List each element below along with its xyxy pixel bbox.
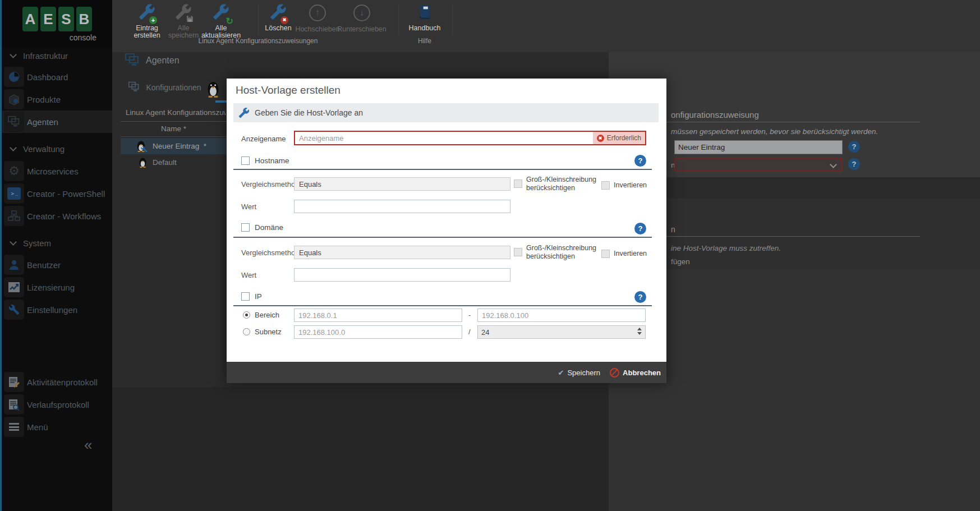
sidebar-item-creator-powershell[interactable]: ＞_ Creator - PowerShell [0, 182, 112, 205]
logo: A E S B console [0, 0, 112, 48]
save-label: Speichern [567, 369, 600, 377]
sidebar-section-system[interactable]: System [0, 238, 112, 248]
refresh-all-button[interactable]: ↻ Alleaktualisieren [190, 3, 252, 39]
sidebar-item-menue[interactable]: Menü [0, 416, 112, 438]
sidebar-section-infrastruktur[interactable]: Infrastruktur [0, 50, 112, 61]
refresh-badge-icon: ↻ [226, 17, 233, 25]
sidebar-item-microservices[interactable]: ⚙ Microservices [0, 160, 112, 182]
help-icon[interactable]: ? [634, 223, 646, 234]
section-label: Infrastruktur [23, 51, 68, 61]
entry-name-input[interactable] [674, 140, 843, 154]
divider [666, 122, 920, 122]
range-separator: - [468, 311, 471, 319]
range-radio[interactable] [243, 311, 250, 319]
history-log-icon [4, 394, 24, 415]
prefix-stepper[interactable] [477, 325, 646, 339]
logo-letter: E [40, 7, 56, 31]
help-icon[interactable]: ? [634, 155, 646, 167]
case-sensitive-label: Groß-/Kleinschreibungberücksichtigen [526, 176, 596, 192]
stepper-arrows-icon[interactable] [637, 328, 664, 335]
sidebar-item-agenten[interactable]: Agenten [0, 111, 112, 133]
arrow-down-circle-icon: ↓ [331, 4, 393, 25]
logo-subtitle: console [70, 33, 96, 42]
sidebar-item-aktivitaetenprotokoll[interactable]: Aktivitätenprotokoll [0, 371, 112, 393]
table-row[interactable]: Default [121, 154, 227, 171]
column-header-name[interactable]: Name * [121, 125, 227, 133]
product-box-icon [4, 89, 24, 109]
sidebar-item-produkte[interactable]: Produkte [0, 88, 112, 111]
ip-checkbox[interactable] [241, 292, 250, 301]
license-chart-icon [4, 277, 24, 297]
value-label: Wert [241, 271, 256, 279]
configuration-dropdown[interactable] [674, 158, 843, 172]
divider [121, 136, 227, 137]
sidebar-item-label: Benutzer [27, 254, 61, 276]
invert-checkbox [601, 181, 610, 190]
ip-label: IP [255, 292, 262, 301]
sidebar-collapse-button[interactable]: « [84, 436, 91, 454]
sidebar-item-label: Creator - PowerShell [27, 182, 105, 205]
toolbar: + Eintragerstellen Allespeichern ↻ Allea… [112, 0, 980, 52]
right-panel-section-note: ine Host-Vorlage muss zutreffen. [671, 244, 781, 252]
method-select: Equals [294, 177, 510, 191]
subnet-input[interactable] [294, 325, 462, 339]
monitors-icon [4, 112, 24, 132]
display-name-input[interactable] [294, 131, 646, 145]
menu-icon [4, 417, 24, 437]
domain-checkbox[interactable] [241, 223, 250, 232]
method-value: Equals [299, 248, 321, 257]
sidebar-item-creator-workflows[interactable]: Creator - Workflows [0, 205, 112, 227]
section-rule [233, 305, 652, 306]
domain-label: Domäne [255, 223, 283, 232]
help-icon[interactable]: ? [848, 158, 860, 170]
sidebar-item-einstellungen[interactable]: Einstellungen [0, 298, 112, 321]
sidebar-item-dashboard[interactable]: Dashboard [0, 66, 112, 88]
chevron-down-icon [10, 144, 17, 151]
chevron-down-icon [10, 238, 17, 246]
page-heading-monitors-icon [125, 53, 140, 70]
section-rule [233, 237, 652, 238]
range-from-input[interactable] [294, 309, 462, 322]
hostname-value-input[interactable] [294, 200, 510, 213]
domain-value-input[interactable] [294, 268, 510, 282]
sidebar-item-label: Agenten [27, 111, 58, 133]
hostname-checkbox[interactable] [241, 156, 250, 165]
sidebar-item-verlaufsprotokoll[interactable]: Verlaufsprotokoll [0, 393, 112, 416]
help-icon[interactable]: ? [848, 141, 860, 153]
cancel-icon [610, 368, 619, 378]
range-to-input[interactable] [477, 309, 646, 322]
save-button[interactable]: ✔ Speichern [558, 362, 600, 383]
sidebar-item-label: Dashboard [27, 66, 68, 88]
method-select: Equals [294, 246, 510, 259]
user-icon [4, 255, 24, 275]
sidebar-item-label: Lizensierung [27, 276, 75, 298]
add-button-fragment[interactable]: fügen [671, 257, 690, 266]
wrench-delete-icon: ✖ [267, 3, 289, 24]
cancel-button[interactable]: Abbrechen [610, 362, 661, 383]
tab-linux-zuweisungen-penguin-icon[interactable] [206, 80, 220, 100]
right-panel-section-fragment: n [671, 225, 675, 234]
sidebar-item-benutzer[interactable]: Benutzer [0, 254, 112, 276]
toolbar-group-label: Hilfe [418, 37, 431, 45]
section-rule [233, 169, 652, 170]
sidebar-accent-stripe [0, 0, 2, 511]
page-title: Agenten [146, 56, 180, 66]
tab-konfigurationen[interactable]: Konfigurationen [128, 81, 201, 95]
tab-label: Konfigurationen [146, 83, 201, 92]
dashboard-pie-icon [4, 67, 24, 87]
sidebar-section-verwaltung[interactable]: Verwaltung [0, 144, 112, 154]
subnet-radio[interactable] [243, 328, 250, 335]
divider [666, 236, 920, 237]
case-sensitive-label: Groß-/Kleinschreibungberücksichtigen [526, 244, 596, 261]
manual-button[interactable]: Handbuch [394, 3, 456, 32]
row-name: Neuer Eintrag * [153, 138, 206, 154]
check-icon: ✔ [558, 369, 564, 377]
table-row[interactable]: Neuer Eintrag * [121, 138, 227, 154]
logo-letter: A [22, 7, 38, 31]
sidebar-item-label: Produkte [27, 88, 61, 111]
powershell-icon: ＞_ [4, 183, 24, 204]
sidebar-item-lizensierung[interactable]: Lizensierung [0, 276, 112, 298]
help-icon[interactable]: ? [634, 291, 646, 303]
display-name-label: Anzeigename [241, 135, 286, 143]
invert-label: Invertieren [614, 250, 647, 257]
